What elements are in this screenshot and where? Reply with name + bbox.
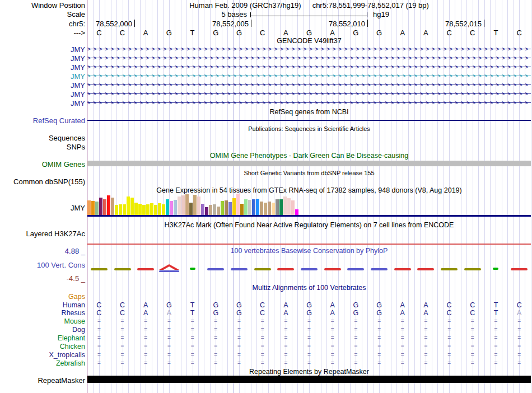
- alignment-base[interactable]: C: [512, 301, 526, 309]
- phylop-point[interactable]: [114, 268, 131, 270]
- gtex-bar[interactable]: [217, 207, 220, 215]
- alignment-gap[interactable]: =: [232, 352, 246, 358]
- alignment-gap[interactable]: =: [442, 343, 456, 349]
- gtex-bar[interactable]: [170, 201, 173, 215]
- alignment-gap[interactable]: =: [209, 352, 222, 358]
- alignment-gap[interactable]: =: [326, 326, 339, 333]
- alignment-base[interactable]: A: [162, 309, 176, 317]
- phylop-point[interactable]: [511, 268, 528, 270]
- alignment-gap[interactable]: =: [372, 318, 386, 324]
- species-label[interactable]: Dog: [0, 326, 85, 334]
- alignment-base[interactable]: C: [116, 309, 129, 317]
- alignment-gap[interactable]: =: [512, 352, 526, 358]
- phylop-point[interactable]: [464, 268, 481, 270]
- gtex-bar[interactable]: [283, 196, 287, 215]
- alignment-gap[interactable]: =: [419, 343, 432, 349]
- alignment-gap[interactable]: =: [232, 335, 246, 341]
- gtex-bar[interactable]: [240, 204, 244, 215]
- alignment-gap[interactable]: =: [139, 335, 152, 341]
- base-letter[interactable]: A: [139, 29, 152, 37]
- alignment-gap[interactable]: =: [442, 335, 456, 341]
- gtex-bar[interactable]: [162, 204, 165, 215]
- alignment-gap[interactable]: =: [92, 326, 106, 333]
- transcript-label[interactable]: JMY: [0, 54, 85, 63]
- gtex-bar[interactable]: [107, 195, 110, 215]
- gtex-bar[interactable]: [111, 198, 114, 215]
- alignment-gap[interactable]: =: [256, 318, 269, 324]
- alignment-base[interactable]: A: [139, 309, 152, 317]
- alignment-gap[interactable]: =: [326, 335, 339, 341]
- transcript-label[interactable]: JMY: [0, 90, 85, 99]
- gtex-bar[interactable]: [260, 202, 263, 215]
- alignment-base[interactable]: G: [232, 301, 246, 309]
- transcript-label[interactable]: JMY: [0, 81, 85, 90]
- base-letter[interactable]: C: [92, 29, 106, 37]
- phylop-point[interactable]: [231, 268, 248, 270]
- alignment-gap[interactable]: =: [209, 326, 222, 333]
- base-letter[interactable]: C: [256, 29, 269, 37]
- alignment-gap[interactable]: =: [186, 326, 199, 333]
- transcript-row[interactable]: >>>>>>>>>>>>>>>>>>>>>>>>>>>>>>>>>>>>>>>>…: [87, 54, 531, 62]
- gtex-bar[interactable]: [127, 196, 130, 215]
- alignment-gap[interactable]: =: [92, 343, 106, 349]
- alignment-base[interactable]: C: [466, 301, 479, 309]
- base-letter[interactable]: G: [209, 29, 222, 37]
- alignment-base[interactable]: A: [419, 309, 432, 317]
- alignment-gap[interactable]: =: [256, 335, 269, 341]
- phylop-point[interactable]: [394, 268, 411, 270]
- gtex-bar[interactable]: [134, 203, 138, 215]
- gtex-bar[interactable]: [185, 194, 189, 215]
- alignment-base[interactable]: T: [186, 309, 199, 317]
- alignment-gap[interactable]: =: [232, 318, 246, 324]
- alignment-gap[interactable]: =: [489, 326, 502, 333]
- base-letter[interactable]: T: [489, 29, 502, 37]
- h3k27ac-title[interactable]: H3K27Ac Mark (Often Found Near Active Re…: [87, 221, 531, 229]
- transcript-label[interactable]: JMY: [0, 63, 85, 72]
- alignment-gap[interactable]: =: [512, 318, 526, 324]
- alignment-gap[interactable]: =: [279, 318, 292, 324]
- alignment-gap[interactable]: =: [232, 360, 246, 366]
- gtex-bar[interactable]: [276, 199, 279, 215]
- base-letter[interactable]: G: [372, 29, 386, 37]
- alignment-gap[interactable]: =: [466, 335, 479, 341]
- phylop-point[interactable]: [137, 268, 154, 270]
- alignment-gap[interactable]: =: [489, 318, 502, 324]
- alignment-gap[interactable]: =: [349, 318, 362, 324]
- gtex-bar[interactable]: [295, 209, 298, 215]
- species-label[interactable]: Rhesus: [0, 309, 85, 317]
- gtex-bar[interactable]: [256, 199, 259, 215]
- omim-title[interactable]: OMIM Gene Phenotypes - Dark Green Can Be…: [87, 152, 531, 160]
- gtex-bar[interactable]: [99, 198, 102, 215]
- gtex-bar[interactable]: [213, 204, 216, 215]
- alignment-gap[interactable]: =: [186, 343, 199, 349]
- gtex-bar[interactable]: [272, 203, 275, 215]
- alignment-base[interactable]: A: [396, 309, 409, 317]
- transcript-row[interactable]: >>>>>>>>>>>>>>>>>>>>>>>>>>>>>>>>>>>>>>>>…: [87, 81, 531, 88]
- base-letter[interactable]: A: [396, 29, 409, 37]
- gtex-bar[interactable]: [287, 198, 291, 215]
- alignment-gap[interactable]: =: [162, 360, 176, 366]
- species-label[interactable]: Elephant: [0, 334, 85, 342]
- alignment-gap[interactable]: =: [279, 335, 292, 341]
- alignment-gap[interactable]: =: [466, 352, 479, 358]
- gtex-bar[interactable]: [95, 202, 99, 215]
- alignment-gap[interactable]: =: [302, 318, 316, 324]
- sequences-label[interactable]: Sequences: [0, 134, 85, 142]
- alignment-gap[interactable]: =: [349, 360, 362, 366]
- alignment-gap[interactable]: =: [116, 318, 129, 324]
- gtex-bar[interactable]: [181, 195, 185, 215]
- repeatmasker-bar[interactable]: [87, 376, 531, 383]
- base-letter[interactable]: C: [116, 29, 129, 37]
- alignment-gap[interactable]: =: [302, 352, 316, 358]
- alignment-base[interactable]: C: [466, 309, 479, 317]
- phylop-title[interactable]: 100 vertebrates Basewise Conservation by…: [87, 247, 531, 255]
- alignment-gap[interactable]: =: [326, 352, 339, 358]
- dbsnp-label[interactable]: Common dbSNP(155): [0, 177, 85, 186]
- phylop-point[interactable]: [301, 268, 318, 270]
- alignment-base[interactable]: G: [302, 309, 316, 317]
- alignment-gap[interactable]: =: [512, 335, 526, 341]
- alignment-gap[interactable]: =: [186, 335, 199, 341]
- alignment-gap[interactable]: =: [256, 360, 269, 366]
- base-letter[interactable]: A: [279, 29, 292, 37]
- alignment-gap[interactable]: =: [162, 326, 176, 333]
